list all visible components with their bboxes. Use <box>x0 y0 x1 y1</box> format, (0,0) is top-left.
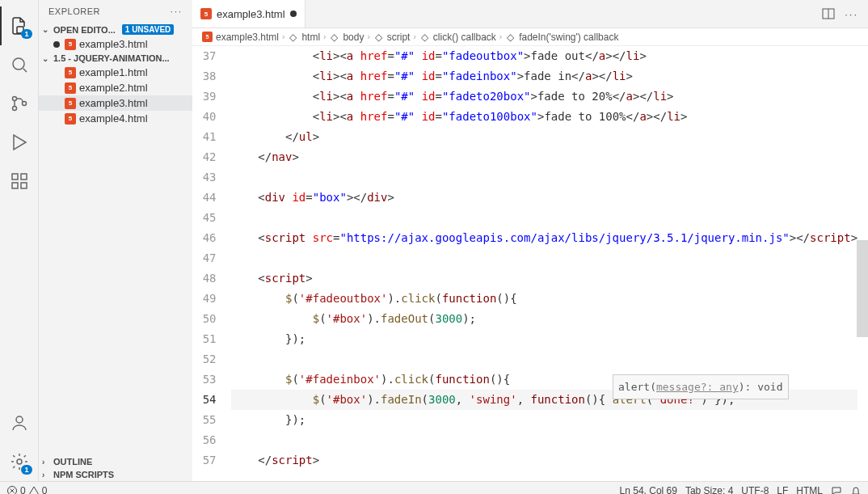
file-item[interactable]: 5example4.html <box>39 111 192 126</box>
html-file-icon: 5 <box>65 98 76 109</box>
run-debug-icon[interactable] <box>0 123 39 162</box>
feedback-icon[interactable] <box>831 485 842 495</box>
split-editor-icon[interactable] <box>822 7 835 20</box>
more-icon[interactable]: ··· <box>171 6 183 16</box>
svg-point-3 <box>22 102 26 106</box>
indentation-status[interactable]: Tab Size: 4 <box>685 485 733 495</box>
code-editor[interactable]: 3738394041424344454647484950515253545556… <box>192 46 868 481</box>
settings-icon[interactable]: 1 <box>0 442 39 481</box>
dirty-dot-icon <box>290 11 297 17</box>
breadcrumbs[interactable]: 5example3.html ›◇html ›◇body ›◇script ›◇… <box>192 28 868 46</box>
sidebar-title: EXPLORER <box>48 6 100 16</box>
dirty-dot-icon <box>53 41 60 48</box>
cursor-position[interactable]: Ln 54, Col 69 <box>620 485 677 495</box>
file-item[interactable]: 5example3.html <box>39 95 192 111</box>
more-icon[interactable]: ··· <box>845 8 858 20</box>
eol-status[interactable]: LF <box>777 485 788 495</box>
notifications-icon[interactable] <box>850 485 862 495</box>
chevron-right-icon: › <box>42 458 50 467</box>
symbol-icon: ◇ <box>419 32 430 42</box>
symbol-icon: ◇ <box>329 32 339 42</box>
html-file-icon: 5 <box>202 32 213 42</box>
symbol-icon: ◇ <box>288 32 298 42</box>
explorer-badge: 1 <box>21 29 32 39</box>
open-editors-section[interactable]: ⌄ OPEN EDITO... 1 UNSAVED <box>39 23 192 36</box>
svg-rect-4 <box>12 174 18 179</box>
settings-badge: 1 <box>21 465 32 475</box>
extensions-icon[interactable] <box>0 162 39 201</box>
open-editor-item[interactable]: 5 example3.html <box>39 36 192 52</box>
explorer-sidebar: EXPLORER ··· ⌄ OPEN EDITO... 1 UNSAVED 5… <box>39 0 192 481</box>
html-file-icon: 5 <box>200 8 212 19</box>
activity-bar: 1 1 <box>0 0 39 481</box>
symbol-icon: ◇ <box>505 32 516 42</box>
svg-point-1 <box>12 97 16 101</box>
chevron-down-icon: ⌄ <box>42 54 50 63</box>
svg-point-9 <box>17 459 22 464</box>
svg-rect-6 <box>21 183 27 188</box>
npm-scripts-section[interactable]: ›NPM SCRIPTS <box>39 468 192 481</box>
source-control-icon[interactable] <box>0 84 39 123</box>
outline-section[interactable]: ›OUTLINE <box>39 455 192 468</box>
file-item[interactable]: 5example1.html <box>39 65 192 80</box>
editor-tab[interactable]: 5 example3.html <box>192 0 305 27</box>
chevron-down-icon: ⌄ <box>42 25 50 34</box>
minimap[interactable] <box>857 46 868 481</box>
explorer-icon[interactable]: 1 <box>0 6 39 45</box>
encoding-status[interactable]: UTF-8 <box>741 485 769 495</box>
svg-rect-7 <box>21 174 27 179</box>
html-file-icon: 5 <box>65 113 76 125</box>
svg-point-2 <box>12 107 16 111</box>
accounts-icon[interactable] <box>0 403 39 442</box>
file-item[interactable]: 5example2.html <box>39 80 192 95</box>
folder-section[interactable]: ⌄ 1.5 - JQUERY-ANIMATION... <box>39 52 192 65</box>
language-status[interactable]: HTML <box>796 485 823 495</box>
problems-status[interactable]: 0 0 <box>6 485 47 495</box>
tab-bar: 5 example3.html ··· <box>192 0 868 28</box>
chevron-right-icon: › <box>42 471 50 479</box>
status-bar: 0 0 Ln 54, Col 69 Tab Size: 4 UTF-8 LF H… <box>0 481 868 494</box>
search-icon[interactable] <box>0 45 39 84</box>
svg-point-8 <box>16 416 23 423</box>
html-file-icon: 5 <box>65 67 76 78</box>
html-file-icon: 5 <box>65 82 76 94</box>
html-file-icon: 5 <box>65 39 76 50</box>
unsaved-badge: 1 UNSAVED <box>122 24 175 35</box>
signature-help: alert(message?: any): void <box>613 374 789 399</box>
symbol-icon: ◇ <box>373 32 384 42</box>
svg-point-0 <box>13 58 24 70</box>
editor-area: 5 example3.html ··· 5example3.html ›◇htm… <box>192 0 868 481</box>
line-gutter: 3738394041424344454647484950515253545556… <box>192 46 231 481</box>
svg-rect-5 <box>12 183 18 188</box>
